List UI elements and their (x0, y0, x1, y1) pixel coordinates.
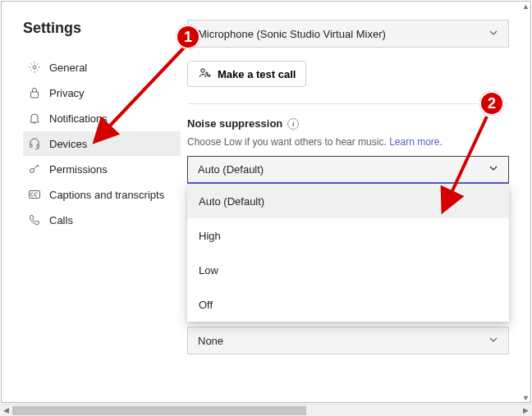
svg-point-4 (30, 169, 34, 173)
sidebar-item-permissions[interactable]: Permissions (23, 157, 181, 181)
make-test-call-button[interactable]: Make a test call (187, 61, 306, 87)
scroll-track[interactable] (12, 405, 520, 417)
secondary-select-value: None (198, 335, 223, 347)
scroll-right-button[interactable]: ▶ (520, 405, 532, 417)
scroll-thumb[interactable] (12, 406, 306, 415)
gear-icon (28, 61, 41, 74)
microphone-select[interactable]: Microphone (Sonic Studio Virtual Mixer) (187, 20, 509, 48)
callout-arrow-2 (433, 112, 507, 218)
settings-window: Settings General Privacy Notifications (1, 1, 531, 403)
bell-icon (28, 112, 41, 125)
cc-icon (28, 188, 41, 201)
chevron-down-icon (488, 335, 498, 347)
callout-badge-2: 2 (479, 91, 504, 116)
svg-point-0 (33, 66, 36, 69)
sidebar-item-label: Calls (49, 214, 73, 226)
sidebar-item-label: Privacy (49, 87, 85, 99)
sidebar-item-label: Permissions (49, 163, 108, 176)
microphone-select-value: Microphone (Sonic Studio Virtual Mixer) (198, 28, 386, 40)
callout-arrow-1 (82, 41, 197, 148)
key-icon (28, 162, 41, 176)
noise-suppression-heading: Noise suppression (187, 117, 282, 130)
phone-icon (28, 213, 41, 226)
svg-rect-2 (30, 144, 33, 148)
dropdown-option-low[interactable]: Low (187, 253, 509, 287)
sidebar-item-calls[interactable]: Calls (23, 208, 181, 232)
svg-rect-3 (37, 144, 39, 148)
settings-title: Settings (23, 20, 181, 37)
sidebar-item-captions[interactable]: Captions and transcripts (23, 182, 181, 207)
section-divider (187, 103, 509, 104)
sidebar-item-label: Captions and transcripts (49, 189, 164, 201)
scroll-left-button[interactable]: ◀ (0, 405, 12, 417)
svg-point-6 (201, 68, 204, 71)
callout-badge-1: 1 (176, 25, 200, 49)
chevron-down-icon (488, 28, 498, 40)
scroll-up-button[interactable]: ▲ (520, 0, 532, 12)
noise-suppression-select-value: Auto (Default) (198, 163, 264, 176)
make-test-call-label: Make a test call (218, 68, 296, 80)
info-icon[interactable]: i (287, 118, 299, 130)
scroll-down-button[interactable]: ▼ (520, 391, 532, 404)
secondary-select[interactable]: None (187, 327, 509, 354)
dropdown-option-off[interactable]: Off (187, 287, 509, 322)
person-call-icon (198, 66, 211, 82)
headset-icon (28, 137, 41, 150)
vertical-scrollbar[interactable]: ▲ ▼ (520, 0, 532, 404)
horizontal-scrollbar[interactable]: ◀ ▶ (0, 404, 532, 416)
dropdown-option-high[interactable]: High (187, 218, 509, 253)
lock-icon (28, 86, 41, 99)
svg-rect-1 (31, 92, 39, 98)
